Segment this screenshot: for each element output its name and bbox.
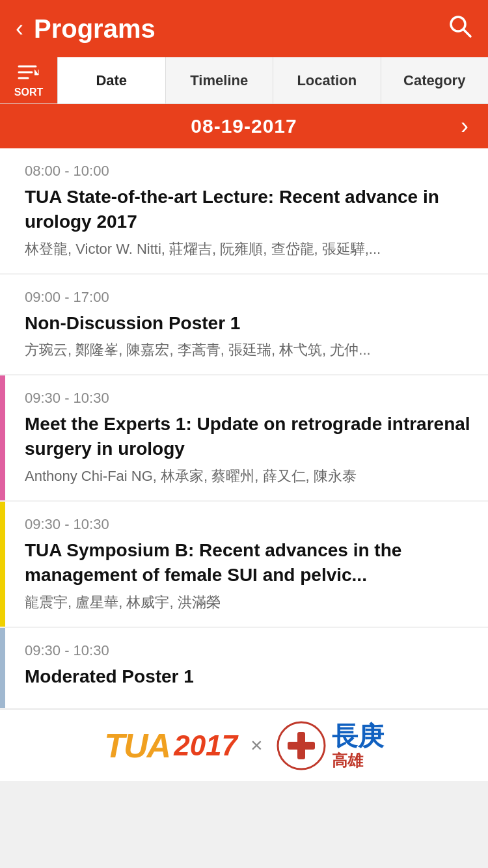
tab-category[interactable]: Category	[381, 57, 489, 103]
x-separator: ×	[251, 733, 263, 757]
program-item[interactable]: 08:00 - 10:00 TUA State-of-the-art Lectu…	[0, 148, 488, 273]
hospital-icon	[276, 720, 327, 771]
tab-location[interactable]: Location	[273, 57, 381, 103]
svg-line-1	[463, 29, 470, 36]
search-button[interactable]	[448, 14, 472, 44]
program-time: 09:00 - 17:00	[25, 289, 472, 306]
program-title: Meet the Experts 1: Update on retrograde…	[25, 412, 472, 461]
program-title: Non-Discussion Poster 1	[25, 311, 472, 336]
program-time: 09:30 - 10:30	[25, 390, 472, 407]
program-item[interactable]: 09:30 - 10:30 Meet the Experts 1: Update…	[0, 375, 488, 500]
current-date: 08-19-2017	[191, 115, 297, 137]
tua-logo: TU A 2017	[104, 726, 237, 765]
back-button[interactable]: ‹	[16, 15, 23, 42]
hospital-city: 高雄	[332, 752, 384, 770]
program-title: TUA State-of-the-art Lecture: Recent adv…	[25, 185, 472, 234]
program-item[interactable]: 09:30 - 10:30 TUA Symposium B: Recent ad…	[0, 502, 488, 627]
tab-bar: SORT Date Timeline Location Category	[0, 57, 488, 104]
date-bar: 08-19-2017 ›	[0, 104, 488, 148]
program-title: Moderated Poster 1	[25, 664, 472, 689]
program-speakers: 林登龍, Victor W. Nitti, 莊燿吉, 阮雍順, 查岱龍, 張延驊…	[25, 239, 472, 259]
program-time: 09:30 - 10:30	[25, 516, 472, 533]
header: ‹ Programs	[0, 0, 488, 57]
hospital-logo: 長庚 高雄	[276, 720, 384, 771]
program-item[interactable]: 09:30 - 10:30 Moderated Poster 1	[0, 628, 488, 709]
program-speakers: 龍震宇, 盧星華, 林威宇, 洪滿榮	[25, 593, 472, 612]
hospital-name: 長庚	[332, 720, 384, 752]
program-speakers: Anthony Chi-Fai NG, 林承家, 蔡曜州, 薛又仁, 陳永泰	[25, 467, 472, 486]
program-item[interactable]: 09:00 - 17:00 Non-Discussion Poster 1 方琬…	[0, 275, 488, 375]
tab-date[interactable]: Date	[57, 57, 165, 103]
program-time: 08:00 - 10:00	[25, 163, 472, 180]
header-left: ‹ Programs	[16, 14, 156, 44]
program-title: TUA Symposium B: Recent advances in the …	[25, 538, 472, 588]
tab-timeline[interactable]: Timeline	[165, 57, 273, 103]
svg-rect-8	[288, 742, 315, 750]
program-speakers: 方琬云, 鄭隆峯, 陳嘉宏, 李蒿青, 張廷瑞, 林弋筑, 尤仲...	[25, 340, 472, 360]
program-time: 09:30 - 10:30	[25, 642, 472, 659]
page-title: Programs	[34, 14, 156, 44]
program-list: 08:00 - 10:00 TUA State-of-the-art Lectu…	[0, 148, 488, 708]
sort-button[interactable]: SORT	[0, 57, 57, 103]
sort-icon	[18, 63, 40, 85]
next-date-button[interactable]: ›	[461, 113, 468, 140]
footer-banner: TU A 2017 × 長庚 高雄	[0, 709, 488, 781]
sort-label: SORT	[14, 87, 43, 98]
